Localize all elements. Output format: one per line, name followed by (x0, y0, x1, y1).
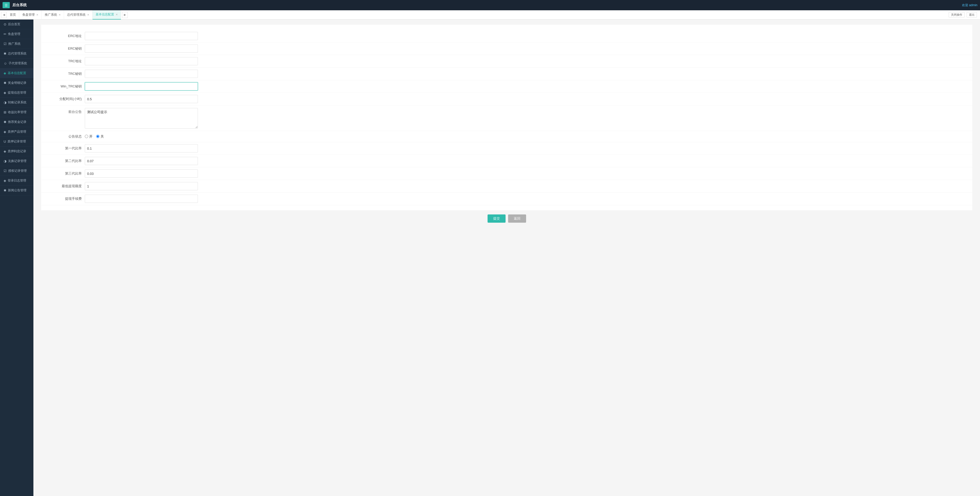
sidebar-item-profit-mgmt[interactable]: ⊞ 收益比率管理 (0, 107, 33, 117)
sidebar-item-pledge-record-label: 质押记录管理 (8, 139, 26, 144)
form-row-notice-status: 公告状态 开 关 (41, 131, 972, 142)
form-row-min-withdraw: 最低提现额度 (41, 180, 972, 193)
sidebar-item-auth-record[interactable]: ☑ 授权记录管理 (0, 166, 33, 176)
notice-status-label: 公告状态 (49, 134, 85, 139)
menu-toggle-button[interactable]: ☰ (3, 2, 10, 8)
notice-off-label: 关 (100, 134, 104, 139)
tab-basic-close[interactable]: ✕ (116, 13, 118, 16)
gen2-ratio-label: 第二代比率 (49, 159, 85, 163)
close-ops-button[interactable]: 关闭操作 (949, 12, 964, 18)
main-layout: ⊙ 后台首页 ✏ 鱼盘管理 ☑ 推广系统 ✱ 总代管理系统 ☺ 子代管理系统 ◈… (0, 19, 980, 496)
sidebar-item-promo[interactable]: ☑ 推广系统 (0, 39, 33, 49)
form-row-front-notice: 前台公告 测试公司提示 (41, 105, 972, 131)
sidebar-item-recommend-bonus[interactable]: ✱ 推荐奖金记录 (0, 117, 33, 127)
alloc-time-input[interactable] (85, 95, 198, 103)
notice-on-label: 开 (89, 134, 92, 139)
sidebar-item-home[interactable]: ⊙ 后台首页 (0, 19, 33, 29)
sidebar-item-extract-info[interactable]: ◈ 提现信息管理 (0, 88, 33, 98)
form-row-gen3-ratio: 第三代比率 (41, 167, 972, 180)
sidebar-item-login-log[interactable]: ◈ 登录日志管理 (0, 176, 33, 186)
fish-icon: ✏ (3, 32, 6, 36)
notice-status-radio-group: 开 关 (85, 134, 104, 139)
sidebar-item-fish-label: 鱼盘管理 (8, 32, 20, 36)
form-row-erc-address: ERC地址 (41, 30, 972, 42)
min-withdraw-input[interactable] (85, 182, 198, 190)
transfer-record-icon: ◑ (3, 100, 6, 104)
cancel-button[interactable]: 返回 (508, 214, 526, 223)
tab-fish-close[interactable]: ✕ (36, 13, 38, 16)
erc-secret-input[interactable] (85, 45, 198, 53)
front-notice-label: 前台公告 (49, 108, 85, 114)
bonus-record-icon: ✱ (3, 81, 6, 85)
tab-agent-close[interactable]: ✕ (87, 13, 89, 16)
alloc-time-label: 分配时间(小时) (49, 97, 85, 101)
notice-status-off[interactable]: 关 (96, 134, 104, 139)
sidebar-item-bonus-record[interactable]: ✱ 奖金明细记录 (0, 78, 33, 88)
trc-address-label: TRC地址 (49, 59, 85, 64)
submit-button[interactable]: 提交 (488, 214, 506, 223)
sidebar-item-transfer-record[interactable]: ◑ 转账记录系统 (0, 98, 33, 107)
sidebar-item-total-mgmt-label: 总代管理系统 (8, 51, 27, 56)
form-row-erc-secret: ERC秘钥 (41, 42, 972, 55)
notice-status-off-radio[interactable] (96, 135, 99, 138)
withdraw-fee-input[interactable] (85, 195, 198, 203)
tab-next-button[interactable]: ▶ (122, 12, 128, 18)
erc-address-input[interactable] (85, 32, 198, 40)
topbar-left: ☰ 后台系统 (3, 2, 27, 8)
sidebar-item-recommend-bonus-label: 推荐奖金记录 (8, 120, 27, 124)
total-mgmt-icon: ✱ (3, 52, 6, 56)
form-row-gen2-ratio: 第二代比率 (41, 155, 972, 167)
trc-secret-input[interactable] (85, 70, 198, 78)
form-container: ERC地址 ERC秘钥 TRC地址 TRC秘钥 Win_TRC秘钥 (41, 25, 972, 211)
sidebar-item-sub-mgmt[interactable]: ☺ 子代管理系统 (0, 59, 33, 69)
extract-info-icon: ◈ (3, 91, 6, 95)
notice-status-on-radio[interactable] (85, 135, 88, 138)
withdraw-fee-label: 提现手续费 (49, 196, 85, 201)
tab-promo-close[interactable]: ✕ (59, 13, 60, 16)
sidebar-item-extract-info-label: 提现信息管理 (8, 91, 26, 95)
sidebar-item-basic-config[interactable]: ◈ 基本信息配置 (0, 69, 33, 78)
tab-prev-button[interactable]: ◀ (1, 12, 7, 18)
trc-address-input[interactable] (85, 57, 198, 65)
trc-secret-label: TRC秘钥 (49, 72, 85, 76)
sidebar-item-pledge-profit[interactable]: ◈ 质押利息记录 (0, 147, 33, 156)
sidebar-item-news-mgmt-label: 新闻公告管理 (8, 188, 27, 193)
notice-status-on[interactable]: 开 (85, 134, 92, 139)
auth-record-icon: ☑ (3, 169, 7, 173)
sidebar-item-exchange-record[interactable]: ◑ 兑换记录管理 (0, 156, 33, 166)
tab-promo[interactable]: 推广系统 ✕ (41, 10, 64, 19)
exit-button[interactable]: 退出 (967, 12, 977, 18)
tabbar: ◀ 首页 鱼盘管理 ✕ 推广系统 ✕ 总代管理系统 ✕ 基本信息配置 ✕ ▶ 关… (0, 10, 980, 19)
app-title: 后台系统 (12, 3, 27, 8)
tab-fish[interactable]: 鱼盘管理 ✕ (19, 10, 41, 19)
sidebar-item-fish[interactable]: ✏ 鱼盘管理 (0, 29, 33, 39)
gen3-ratio-input[interactable] (85, 169, 198, 178)
profit-mgmt-icon: ⊞ (3, 110, 6, 114)
win-trc-secret-input[interactable] (85, 82, 198, 91)
sidebar-item-pledge-record[interactable]: U 质押记录管理 (0, 137, 33, 147)
sidebar-item-auth-record-label: 授权记录管理 (8, 169, 27, 173)
tab-home[interactable]: 首页 (7, 10, 19, 19)
front-notice-textarea[interactable]: 测试公司提示 (85, 108, 198, 129)
sidebar-item-pledge-product[interactable]: ◈ 质押产品管理 (0, 127, 33, 137)
tabbar-actions: 关闭操作 退出 (949, 12, 979, 18)
form-row-gen1-ratio: 第一代比率 (41, 142, 972, 155)
topbar: ☰ 后台系统 欢迎 admin (0, 0, 980, 10)
form-row-trc-secret: TRC秘钥 (41, 68, 972, 80)
gen1-ratio-label: 第一代比率 (49, 146, 85, 151)
form-row-trc-address: TRC地址 (41, 55, 972, 68)
sidebar-item-transfer-record-label: 转账记录系统 (8, 100, 27, 105)
gen2-ratio-input[interactable] (85, 157, 198, 165)
min-withdraw-label: 最低提现额度 (49, 184, 85, 188)
form-row-win-trc-secret: Win_TRC秘钥 (41, 80, 972, 93)
sidebar-item-total-mgmt[interactable]: ✱ 总代管理系统 (0, 49, 33, 59)
news-mgmt-icon: ✱ (3, 188, 6, 192)
pledge-profit-icon: ◈ (3, 149, 6, 153)
erc-secret-label: ERC秘钥 (49, 46, 85, 51)
sidebar-item-news-mgmt[interactable]: ✱ 新闻公告管理 (0, 186, 33, 195)
menu-icon: ☰ (5, 3, 8, 7)
login-log-icon: ◈ (3, 179, 6, 183)
tab-agent[interactable]: 总代管理系统 ✕ (64, 10, 92, 19)
tab-basic[interactable]: 基本信息配置 ✕ (92, 10, 121, 19)
gen1-ratio-input[interactable] (85, 144, 198, 153)
